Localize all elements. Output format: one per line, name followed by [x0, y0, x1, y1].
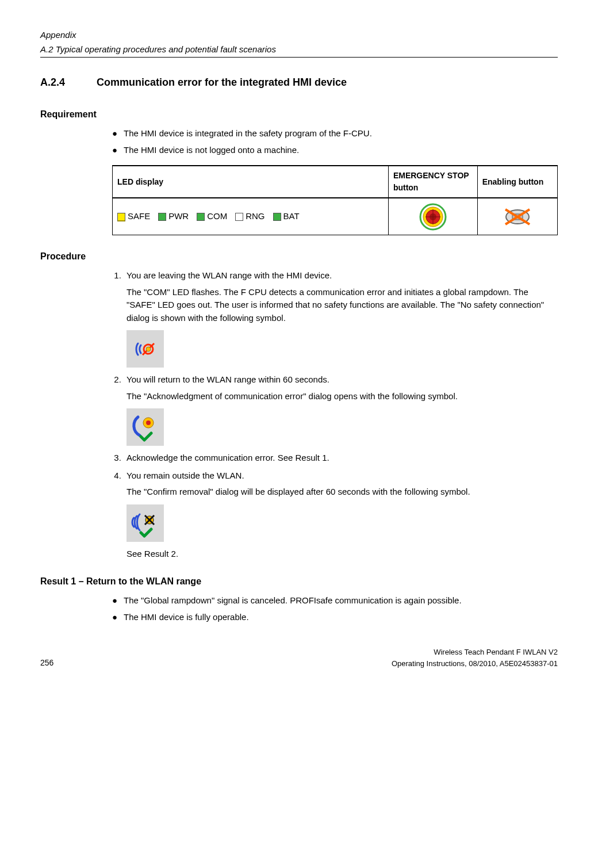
step2-text: You will return to the WLAN range within…: [126, 374, 329, 384]
footer-doc: Wireless Teach Pendant F IWLAN V2: [392, 647, 558, 658]
no-safety-connection-icon: [126, 330, 164, 368]
th-estop: EMERGENCY STOP button: [388, 166, 477, 198]
result1-list: The "Global rampdown" signal is canceled…: [112, 594, 558, 624]
enabling-button-disabled-icon: [502, 206, 533, 228]
header-appendix: Appendix: [40, 29, 558, 42]
list-item: The HMI device is integrated in the safe…: [112, 127, 558, 140]
step4-text: You remain outside the WLAN.: [126, 471, 244, 480]
procedure-list: You are leaving the WLAN range with the …: [112, 269, 558, 560]
step1-sub: The "COM" LED flashes. The F CPU detects…: [126, 286, 558, 325]
list-item: You will return to the WLAN range within…: [124, 373, 558, 446]
led-pwr: PWR: [158, 210, 189, 223]
th-enable: Enabling button: [477, 166, 557, 198]
led-pwr-label: PWR: [168, 211, 189, 221]
requirement-heading: Requirement: [40, 108, 558, 121]
header-rule: [40, 57, 558, 58]
td-estop: [388, 198, 477, 235]
footer-info: Operating Instructions, 08/2010, A5E0245…: [392, 658, 558, 670]
section-title: Communication error for the integrated H…: [97, 75, 347, 90]
see-result2: See Result 2.: [126, 548, 558, 561]
list-item: You remain outside the WLAN. The "Confir…: [124, 469, 558, 561]
led-com: COM: [197, 210, 227, 223]
page-footer: 256 Wireless Teach Pendant F IWLAN V2 Op…: [40, 647, 558, 669]
emergency-stop-icon: [419, 203, 447, 231]
result1-heading: Result 1 – Return to the WLAN range: [40, 575, 558, 588]
led-table: LED display EMERGENCY STOP button Enabli…: [112, 165, 558, 235]
procedure-heading: Procedure: [40, 250, 558, 263]
led-rng: RNG: [235, 210, 264, 223]
step3-text: Acknowledge the communication error. See…: [126, 453, 329, 462]
svg-point-12: [146, 347, 151, 351]
led-square-green-icon: [158, 213, 166, 221]
led-rng-label: RNG: [246, 211, 264, 221]
confirm-removal-icon: [126, 504, 164, 542]
step2-sub: The "Acknowledgment of communication err…: [126, 390, 558, 403]
section-heading: A.2.4 Communication error for the integr…: [40, 75, 558, 90]
list-item: The "Global rampdown" signal is canceled…: [112, 594, 558, 607]
led-square-green-icon: [197, 213, 205, 221]
led-square-green-icon: [273, 213, 281, 221]
header-subtitle: A.2 Typical operating procedures and pot…: [40, 43, 558, 56]
led-square-yellow-icon: [117, 213, 125, 221]
td-enable: [477, 198, 557, 235]
led-com-label: COM: [207, 211, 227, 221]
list-item: The HMI device is not logged onto a mach…: [112, 144, 558, 157]
list-item: The HMI device is fully operable.: [112, 611, 558, 624]
led-bat-label: BAT: [283, 211, 300, 221]
led-safe: SAFE: [117, 210, 150, 223]
led-safe-label: SAFE: [128, 211, 150, 221]
step1-text: You are leaving the WLAN range with the …: [126, 270, 332, 280]
led-square-grey-icon: [235, 213, 243, 221]
section-number: A.2.4: [40, 75, 65, 90]
th-led: LED display: [113, 166, 389, 198]
td-led-row: SAFE PWR COM RNG BAT: [113, 198, 389, 235]
ack-comm-error-icon: [126, 408, 164, 446]
page-number: 256: [40, 657, 53, 669]
list-item: You are leaving the WLAN range with the …: [124, 269, 558, 368]
list-item: Acknowledge the communication error. See…: [124, 452, 558, 465]
svg-point-14: [146, 420, 151, 425]
led-bat: BAT: [273, 210, 300, 223]
step4-sub: The "Confirm removal" dialog will be dis…: [126, 485, 558, 499]
requirement-list: The HMI device is integrated in the safe…: [112, 127, 558, 156]
